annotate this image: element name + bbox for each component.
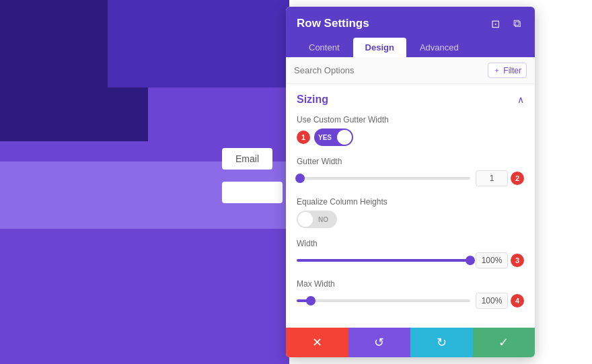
background-left: Email	[0, 0, 289, 364]
badge-2: 2	[511, 172, 524, 185]
sizing-section: Sizing ∧ Use Custom Gutter Width 1 YES G…	[286, 84, 535, 328]
slider-thumb-gutter[interactable]	[295, 174, 305, 183]
panel-title: Row Settings	[297, 17, 369, 30]
reset-button[interactable]: ↺	[348, 328, 411, 357]
width-input[interactable]	[476, 252, 508, 268]
slider-track-width[interactable]	[297, 259, 470, 262]
field-use-custom-gutter: Use Custom Gutter Width 1 YES	[297, 115, 524, 146]
cancel-button[interactable]: ✕	[286, 328, 348, 357]
field-gutter-width: Gutter Width 2	[297, 157, 524, 186]
slider-value-box-gutter: 2	[476, 170, 524, 186]
field-label-equalize: Equalize Column Heights	[297, 197, 524, 207]
badge-3: 3	[511, 254, 524, 267]
slider-value-box-width: 3	[476, 252, 524, 268]
panel-icons: ⊡ ⧉	[488, 16, 524, 31]
slider-track-max-width[interactable]	[297, 299, 470, 302]
toggle-yes-label: YES	[314, 134, 336, 141]
slider-thumb-width[interactable]	[466, 256, 475, 265]
collapse-icon[interactable]: ∧	[517, 94, 524, 105]
capture-icon[interactable]: ⊡	[488, 16, 503, 31]
field-label-gutter: Use Custom Gutter Width	[297, 115, 524, 124]
tab-design[interactable]: Design	[353, 38, 406, 57]
badge-1: 1	[297, 131, 310, 144]
slider-thumb-max-width[interactable]	[306, 296, 316, 305]
gutter-width-input[interactable]	[476, 170, 508, 186]
panel-header: Row Settings ⊡ ⧉ Content Design Advanced	[286, 7, 535, 57]
panel-footer: ✕ ↺ ↻ ✓	[286, 328, 535, 357]
toggle-no-equalize[interactable]: NO	[297, 211, 337, 228]
toggle-row-gutter: 1 YES	[297, 129, 524, 146]
max-width-input[interactable]	[476, 293, 508, 309]
field-label-max-width: Max Width	[297, 279, 524, 289]
slider-fill-width	[297, 259, 470, 262]
filter-button[interactable]: ＋ Filter	[488, 63, 527, 78]
slider-row-width: 3	[297, 252, 524, 268]
toggle-no-knob	[298, 212, 313, 227]
panel-title-row: Row Settings ⊡ ⧉	[297, 16, 524, 31]
search-bar: ＋ Filter	[286, 57, 535, 84]
row-settings-panel: Row Settings ⊡ ⧉ Content Design Advanced…	[286, 7, 535, 357]
field-equalize-heights: Equalize Column Heights NO	[297, 197, 524, 228]
toggle-yes-gutter[interactable]: YES	[314, 129, 353, 146]
save-button[interactable]: ✓	[473, 328, 535, 357]
filter-icon: ＋	[493, 65, 501, 75]
redo-button[interactable]: ↻	[410, 328, 473, 357]
bg-medium	[108, 0, 289, 87]
toggle-no-label: NO	[314, 216, 332, 223]
badge-4: 4	[511, 294, 524, 307]
toggle-yes-knob	[337, 130, 352, 145]
tab-content[interactable]: Content	[297, 38, 352, 57]
filter-label: Filter	[503, 66, 521, 75]
section-title: Sizing	[297, 94, 328, 106]
expand-icon[interactable]: ⧉	[509, 16, 524, 31]
field-width: Width 3	[297, 239, 524, 268]
slider-row-max-width: 4	[297, 293, 524, 309]
panel-body: Sizing ∧ Use Custom Gutter Width 1 YES G…	[286, 84, 535, 328]
field-max-width: Max Width 4	[297, 279, 524, 309]
search-input[interactable]	[294, 65, 488, 75]
tab-advanced[interactable]: Advanced	[408, 38, 471, 57]
input-placeholder	[222, 182, 283, 203]
field-label-gutter-width: Gutter Width	[297, 157, 524, 166]
slider-value-box-max-width: 4	[476, 293, 524, 309]
email-label: Email	[222, 148, 272, 170]
field-label-width: Width	[297, 239, 524, 248]
section-header: Sizing ∧	[297, 94, 524, 106]
slider-row-gutter: 2	[297, 170, 524, 186]
slider-track-gutter[interactable]	[297, 177, 470, 180]
panel-tabs: Content Design Advanced	[297, 38, 524, 57]
